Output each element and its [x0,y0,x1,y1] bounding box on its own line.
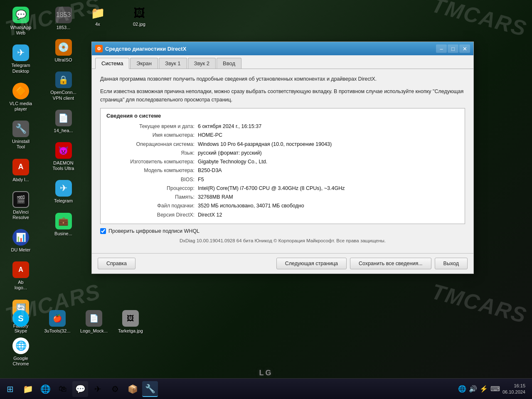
taskbar-whatsapp-tb[interactable]: 💬 [72,381,88,397]
taskbar-pkg[interactable]: 📦 [125,381,140,397]
value-hostname: HOME-PC [198,131,222,140]
desktop-icon-ultraiso[interactable]: 💿 UltraISO [47,37,80,65]
maximize-button[interactable]: □ [448,44,458,53]
desktop-icon-uninstall[interactable]: 🔧 UninstallTool [4,118,37,152]
desktop-icon-1853[interactable]: 1853 1853... [47,4,80,33]
02jpg-label: 02.jpg [133,22,145,27]
desktop-icon-abdy[interactable]: A Abdy l... [4,156,37,185]
label-manufacturer: Изготовитель компьютера: [106,158,198,166]
desktop: TMCARS TMCARS TMCARS TMCARS 📁 4x 🖼 02.jp… [0,0,532,399]
desktop-icon-tarketga[interactable]: 🖼 Tarketga.jpg [114,308,147,336]
02jpg-icon: 🖼 [131,4,148,22]
vlc-label: VLC mediaplayer [10,101,32,112]
next-page-button[interactable]: Следующая страница [276,258,347,269]
minimize-button[interactable]: – [436,44,447,53]
du-icon: 📊 [12,229,29,246]
button-right-group: Следующая страница Сохранить все сведени… [276,258,468,269]
tray-volume[interactable]: 🔊 [469,385,477,393]
button-left-group: Справка [98,258,135,269]
info-row-pagefile: Файл подкачки: 3520 МБ использовано, 340… [106,202,459,210]
label-pagefile: Файл подкачки: [106,202,198,210]
info-row-datetime: Текущее время и дата: 6 октября 2024 г.,… [106,122,459,131]
taskbar-directx-tb[interactable]: 🔧 [142,381,158,397]
desktop-icon-daemon[interactable]: 👿 DAEMONTools Ultra [47,140,80,174]
desktop-icon-3utools[interactable]: 🍎 3uTools(32... [41,308,74,336]
close-button[interactable]: ✕ [459,44,470,53]
desktop-icon-openconn[interactable]: 🔒 OpenConn...VPN client [47,69,80,103]
window-title: Средство диагностики DirectX [105,46,186,52]
help-button[interactable]: Справка [98,258,135,269]
label-ram: Память: [106,193,198,202]
openconn-label: OpenConn...VPN client [50,90,76,101]
taskbar-settings-tb[interactable]: ⚙ [107,381,123,397]
taskbar-store[interactable]: 🛍 [55,381,71,397]
desktop-icon-davinci[interactable]: 🎬 DaVinciResolve [4,189,37,223]
du-label: DU Meter [11,247,30,253]
whql-checkbox[interactable] [100,228,106,234]
taskbar-tray: 🌐 🔊 ⚡ ⌨ 16:15 06.10.2024 [458,383,530,395]
description-1: Данная программа позволяет получить подр… [100,75,465,83]
label-os: Операционная система: [106,140,198,149]
telegram-label: TelegramDesktop [11,63,30,74]
desktop-icon-14head[interactable]: 📄 14_hea... [47,107,80,136]
tab-zvuk1[interactable]: Звук 1 [159,58,187,69]
start-button[interactable]: ⊞ [2,382,17,397]
abdy-label: Abdy l... [12,177,29,182]
info-row-hostname: Имя компьютера: HOME-PC [106,131,459,140]
desktop-icon-skype[interactable]: S Skype [4,308,37,336]
tab-zvuk2[interactable]: Звук 2 [188,58,216,69]
desktop-icon-business[interactable]: 💼 Busine... [47,210,80,239]
desktop-icon-whatsapp[interactable]: 💬 WhatsAppWeb [4,4,37,38]
tray-keyboard[interactable]: ⌨ [490,385,500,393]
uninstall-icon: 🔧 [12,121,29,137]
whatsapp-icon: 💬 [12,7,29,23]
3utools-label: 3uTools(32... [44,328,71,334]
value-manufacturer: Gigabyte Technology Co., Ltd. [198,158,267,166]
monitor-label: LG [259,369,273,377]
desktop-icon-telegram[interactable]: ✈ TelegramDesktop [4,42,37,76]
ablogo-icon: A [12,261,29,278]
value-bios: F5 [198,175,204,184]
1853-label: 1853... [57,25,71,30]
desktop-icon-chrome[interactable]: 🌐 GoogleChrome [4,335,37,369]
taskbar-edge[interactable]: 🌐 [37,381,53,397]
vlc-icon: 🔶 [12,83,29,99]
tray-battery: ⚡ [480,385,488,393]
value-model: B250-D3A [198,166,222,175]
desktop-icon-telegram2[interactable]: ✈ Telegram [47,177,80,206]
system-info-section: Сведения о системе Текущее время и дата:… [100,108,465,224]
tab-sistema[interactable]: Система [95,58,129,69]
info-row-lang: Язык: русский (формат: русский) [106,149,459,158]
save-button[interactable]: Сохранить все сведения... [350,258,431,269]
desktop-icon-ablogo[interactable]: A Ablogo... [4,259,37,293]
value-datetime: 6 октября 2024 г., 16:15:37 [198,122,261,131]
tab-vvod[interactable]: Ввод [217,58,241,69]
taskbar-explorer[interactable]: 📁 [20,381,36,397]
desktop-icon-vlc[interactable]: 🔶 VLC mediaplayer [4,80,37,114]
taskbar-telegram-tb[interactable]: ✈ [90,381,106,397]
info-row-cpu: Процессор: Intel(R) Core(TM) i7-6700 CPU… [106,184,459,193]
desktop-icon-logomock[interactable]: 📄 Logo_Mock... [77,308,111,336]
value-cpu: Intel(R) Core(TM) i7-6700 CPU @ 3.40GHz … [198,184,345,193]
desktop-icon-du[interactable]: 📊 DU Meter [4,227,37,255]
uninstall-label: UninstallTool [12,139,30,150]
tab-ekran[interactable]: Экран [130,58,158,69]
desktop-top-files: 📁 4x 🖼 02.jpg [83,4,154,27]
business-label: Busine... [54,231,72,236]
telegram-icon: ✈ [12,44,29,61]
tray-network[interactable]: 🌐 [458,385,466,393]
desktop-icon-02jpg[interactable]: 🖼 02.jpg [125,4,154,27]
exit-button[interactable]: Выход [435,258,468,269]
info-row-directx: Версия DirectX: DirectX 12 [106,211,459,219]
daemon-icon: 👿 [55,142,72,159]
label-model: Модель компьютера: [106,166,198,175]
window-titlebar: ⚙ Средство диагностики DirectX – □ ✕ [92,42,473,55]
value-lang: русский (формат: русский) [198,149,262,158]
value-pagefile: 3520 МБ использовано, 34071 МБ свободно [198,202,304,210]
daemon-label: DAEMONTools Ultra [53,160,74,171]
skype-label: Skype [15,328,27,334]
value-os: Windows 10 Pro 64-разрядная (10.0, постр… [198,140,332,149]
abdy-icon: A [12,159,29,175]
desktop-icon-list: 💬 WhatsAppWeb ✈ TelegramDesktop 🔶 VLC me… [0,0,91,399]
tray-time-value: 16:15 [502,383,525,389]
